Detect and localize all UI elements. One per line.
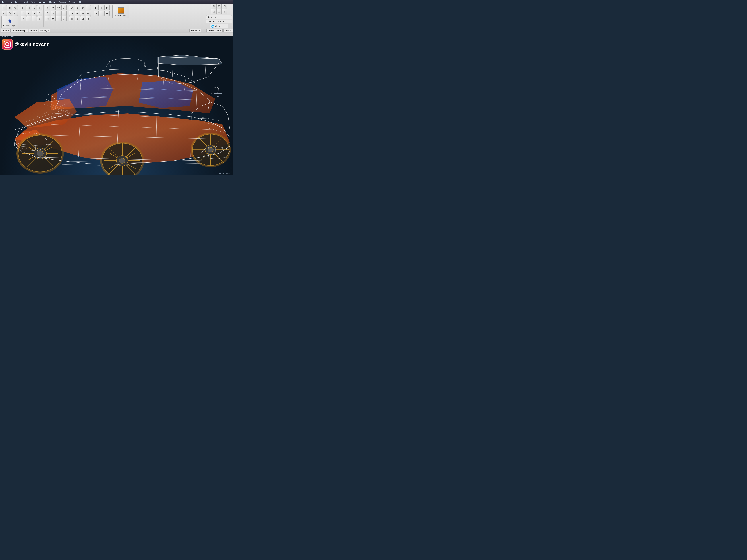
world-dropdown[interactable]: 🌐 World ▼ [210, 24, 228, 28]
toolbar-c7[interactable]: ▤ [80, 11, 85, 16]
toolbar-icon-1[interactable]: ⬜ [2, 5, 7, 10]
view-dropdown[interactable]: View ▼ [224, 29, 233, 32]
unsaved-view-arrow: ▼ [222, 20, 224, 23]
toolbar-icon-6[interactable]: ◻ [12, 11, 18, 16]
section-plane-label: Section Plane [115, 15, 127, 17]
toolbar-main-2[interactable]: ◳ [26, 5, 31, 10]
mesh-dropdown[interactable]: Mesh ▼ [1, 29, 10, 32]
world-icon-small: 🌐 [211, 25, 214, 28]
mesh-label: Mesh [2, 29, 7, 32]
toolbar-d4[interactable]: ◪ [94, 11, 99, 16]
toolbar-d6[interactable]: ⬓ [104, 11, 110, 16]
view-label: View [225, 29, 229, 32]
toolbar-c6[interactable]: ◒ [75, 11, 80, 16]
toolbar-r1[interactable]: ◱ [211, 4, 216, 9]
draw-dropdown[interactable]: Draw ▼ [29, 29, 38, 32]
mesh-arrow: ▼ [8, 30, 9, 31]
toolbar-b5[interactable]: ⤵ [45, 11, 50, 16]
toolbar-r4[interactable]: ◲ [211, 9, 216, 14]
toolbar-c12[interactable]: ⊠ [86, 16, 91, 21]
svg-point-16 [37, 151, 44, 156]
toolbar-c3[interactable]: ⊗ [80, 5, 85, 10]
section-plane-icon [117, 6, 125, 15]
toolbar-b10[interactable]: ⚙ [51, 16, 56, 21]
toolbar-b6[interactable]: ○ [51, 11, 56, 16]
coordinates-label: Coordinates [208, 29, 220, 32]
toolbar-c8[interactable]: ▦ [86, 11, 91, 16]
toolbar-b4[interactable]: ╱ [61, 5, 67, 10]
toolbar-d2[interactable]: ◨ [99, 5, 104, 10]
svg-line-72 [109, 61, 111, 70]
xray-dropdown[interactable]: X-Ray ▼ [206, 15, 232, 19]
svg-marker-4 [157, 55, 223, 65]
toolbar-b7[interactable]: ⌒ [56, 11, 61, 16]
view-arrow: ▼ [230, 30, 231, 31]
toolbar-main-3[interactable]: ⊞ [32, 5, 37, 10]
toolbar-b12[interactable]: ⤴ [61, 16, 67, 21]
toolbar-main-9[interactable]: ∩ [21, 16, 26, 21]
toolbar-c5[interactable]: ◑ [69, 11, 74, 16]
unsaved-view-dropdown[interactable]: Unsaved View ▼ [206, 20, 232, 23]
toolbar-r5[interactable]: ⊠ [216, 9, 222, 14]
toolbar-c10[interactable]: ⊞ [75, 16, 80, 21]
icon-grid-2: ↻ ✥ ⟺ ╱ ⤵ ○ ⌒ ▭ ◎ ⚙ ✂ ⤴ [45, 5, 67, 21]
toolbar-c2[interactable]: ⊕ [75, 5, 80, 10]
coordinates-arrow: ▼ [220, 30, 222, 31]
menu-insert[interactable]: Insert [1, 1, 9, 3]
menu-plugins[interactable]: Plug-ins [57, 1, 67, 3]
toolbar-main-11[interactable]: ⌐ [32, 16, 37, 21]
toolbar-c9[interactable]: ▥ [69, 16, 74, 21]
unsaved-view-label: Unsaved View [208, 20, 222, 23]
menu-layout[interactable]: Layout [20, 1, 29, 3]
svg-marker-85 [214, 92, 215, 94]
menu-output[interactable]: Output [48, 1, 57, 3]
toolbar-main-5[interactable]: ↺ [21, 11, 26, 16]
toolbar-main-7[interactable]: ∪ [32, 11, 37, 16]
solid-editing-label: Solid Editing [12, 29, 25, 32]
toolbar-b1[interactable]: ↻ [45, 5, 50, 10]
svg-marker-86 [221, 92, 222, 94]
svg-point-34 [208, 148, 213, 152]
toolbar-r3[interactable]: ◳ [222, 4, 227, 9]
smooth-object-label: Smooth Object [3, 24, 17, 27]
section-plane-button[interactable]: Section Plane [112, 5, 129, 18]
toolbar-main-4[interactable]: ⬆ [37, 5, 42, 10]
toolbar-icon-3[interactable]: ⬭ [12, 5, 18, 10]
toolbar-main-12[interactable]: ◈ [37, 16, 42, 21]
toolbar-c11[interactable]: ⊟ [80, 16, 85, 21]
menu-annotate[interactable]: Annotate [9, 1, 20, 3]
toolbar-b9[interactable]: ◎ [45, 16, 50, 21]
toolbar-icon-4[interactable]: ▭ [2, 11, 7, 16]
toolbar-d5[interactable]: ⬒ [99, 11, 104, 16]
toolbar-icon-2[interactable]: ◉ [7, 5, 12, 10]
toolbar-main-6[interactable]: ⤢ [26, 11, 31, 16]
solid-editing-dropdown[interactable]: Solid Editing ▼ [11, 29, 28, 32]
section-dropdown[interactable]: Section ▼ [189, 29, 201, 32]
coordinates-dropdown[interactable]: Coordinates ▼ [206, 29, 223, 32]
menu-manage[interactable]: Manage [37, 1, 47, 3]
menu-autodesk360[interactable]: Autodesk 360 [68, 1, 83, 3]
toolbar-section-smooth: ⬜ ◉ ⬭ ▭ ⬡ ◻ ◉ Smooth Object [0, 5, 19, 27]
toolbar-b2[interactable]: ✥ [51, 5, 56, 10]
toolbar-icon-5[interactable]: ⬡ [7, 11, 12, 16]
viewport: [ew][X-Ray] [0, 33, 233, 175]
toolbar-main-1[interactable]: ◱ [21, 5, 26, 10]
main-icon-grid: ◱ ◳ ⊞ ⬆ ↺ ⤢ ∪ ∖ ∩ ⌣ ⌐ ◈ [21, 5, 42, 21]
toolbar-b8[interactable]: ▭ [61, 11, 67, 16]
toolbar-main-8[interactable]: ∖ [37, 11, 42, 16]
section-close-btn[interactable]: ✕ [202, 29, 206, 32]
toolbar-b3[interactable]: ⟺ [56, 5, 61, 10]
toolbar-r6[interactable]: ⊡ [222, 9, 227, 14]
toolbar-b11[interactable]: ✂ [56, 16, 61, 21]
toolbar-d3[interactable]: ◩ [104, 5, 110, 10]
modify-dropdown[interactable]: Modify ▼ [39, 29, 50, 32]
pre-smooth-icons: ⬜ ◉ ⬭ ▭ ⬡ ◻ [2, 5, 18, 16]
toolbar-c1[interactable]: ⊙ [69, 5, 74, 10]
toolbar-main-10[interactable]: ⌣ [26, 16, 31, 21]
smooth-object-button[interactable]: ◉ Smooth Object [1, 16, 18, 28]
toolbar-r2[interactable]: ◰ [216, 4, 222, 9]
menu-view[interactable]: View [30, 1, 37, 3]
toolbar-d1[interactable]: ◧ [94, 5, 99, 10]
toolbar-c4[interactable]: ◐ [86, 5, 91, 10]
world-label: World [215, 25, 221, 27]
